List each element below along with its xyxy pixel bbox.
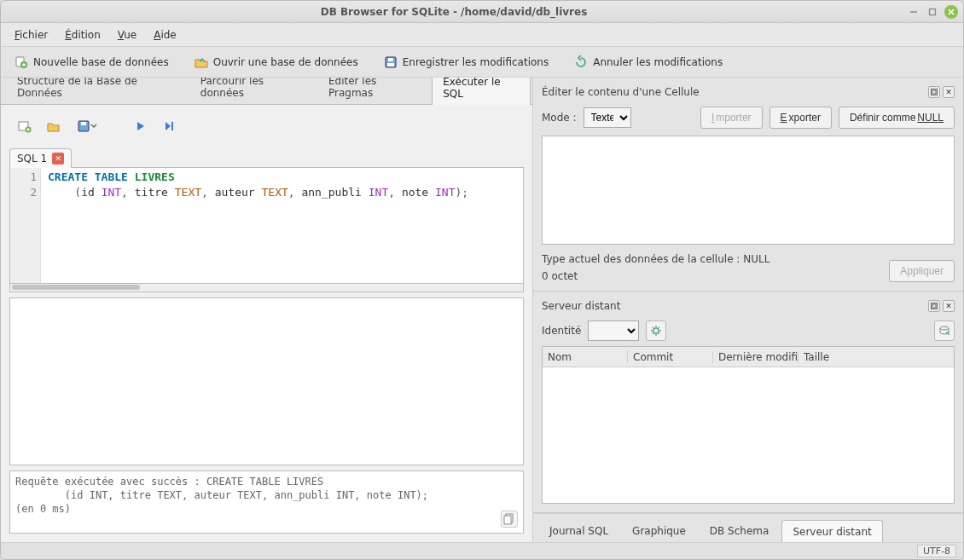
remote-table[interactable]: Nom Commit Dernière modific Taille xyxy=(542,346,955,504)
mode-label: Mode : xyxy=(542,112,577,124)
window-title: DB Browser for SQLite - /home/david/db_l… xyxy=(6,6,902,18)
tab-serveur-distant[interactable]: Serveur distant xyxy=(781,520,882,542)
open-sql-file-button[interactable] xyxy=(45,118,62,135)
sql-results-pane[interactable] xyxy=(9,297,524,465)
editor-gutter: 12 xyxy=(10,168,41,283)
copy-log-button[interactable] xyxy=(501,511,518,528)
identity-label: Identité xyxy=(542,325,581,337)
save-icon xyxy=(384,55,398,69)
cell-edit-header: Éditer le contenu d'une Cellule ✕ xyxy=(542,83,955,101)
col-lastmod[interactable]: Dernière modific xyxy=(713,351,798,363)
svg-point-24 xyxy=(653,328,659,333)
revert-changes-button[interactable]: Annuler les modifications xyxy=(569,52,728,72)
open-database-icon xyxy=(195,55,208,69)
tab-journal-sql[interactable]: Journal SQL xyxy=(538,519,619,542)
save-changes-label: Enregistrer les modifications xyxy=(403,56,549,68)
panel-undock-button[interactable] xyxy=(928,86,940,98)
maximize-button[interactable] xyxy=(926,5,939,19)
svg-rect-1 xyxy=(930,9,936,14)
close-sql-tab-button[interactable]: ✕ xyxy=(52,153,64,165)
menu-edition[interactable]: Édition xyxy=(58,26,107,44)
new-database-label: Nouvelle base de données xyxy=(33,56,169,68)
sql-tab-label: SQL 1 xyxy=(17,153,47,165)
main-tabs: Structure de la Base de Données Parcouri… xyxy=(1,78,532,105)
col-commit[interactable]: Commit xyxy=(628,351,713,363)
menu-fichier[interactable]: Fichier xyxy=(8,26,55,44)
col-nom[interactable]: Nom xyxy=(543,351,628,363)
revert-changes-label: Annuler les modifications xyxy=(593,56,723,68)
remote-undock-button[interactable] xyxy=(928,300,940,312)
panel-close-button[interactable]: ✕ xyxy=(943,86,955,98)
cell-size-info: 0 octet xyxy=(542,270,889,282)
import-button[interactable]: Importer xyxy=(700,107,763,129)
tab-execute-sql[interactable]: Exécuter le SQL xyxy=(432,78,531,105)
save-sql-button[interactable] xyxy=(74,118,100,135)
remote-panel-header: Serveur distant ✕ xyxy=(542,297,955,315)
chevron-down-icon xyxy=(90,123,97,130)
sql-toolbar xyxy=(9,110,524,142)
cell-content-textarea[interactable] xyxy=(542,136,955,245)
revert-icon xyxy=(574,55,588,69)
tab-db-schema[interactable]: DB Schema xyxy=(699,519,781,542)
status-encoding: UTF-8 xyxy=(917,545,956,557)
svg-rect-17 xyxy=(171,122,173,130)
sql-panel: SQL 1 ✕ 12 CREATE TABLE LIVRES (id INT, … xyxy=(1,105,532,542)
tab-graphique[interactable]: Graphique xyxy=(621,519,697,542)
save-changes-button[interactable]: Enregistrer les modifications xyxy=(379,52,554,72)
remote-close-button[interactable]: ✕ xyxy=(943,300,955,312)
remote-table-header: Nom Commit Dernière modific Taille xyxy=(543,347,954,367)
sql-tab-1[interactable]: SQL 1 ✕ xyxy=(9,148,72,168)
remote-server-panel: Serveur distant ✕ Identité Nom xyxy=(533,292,963,513)
cell-edit-title: Éditer le contenu d'une Cellule xyxy=(542,86,926,98)
editor-horizontal-scrollbar[interactable] xyxy=(9,284,524,292)
menubar: Fichier Édition Vue Aide xyxy=(1,23,963,47)
sql-tab-row: SQL 1 ✕ xyxy=(9,142,524,168)
sql-log-text: Requête exécutée avec succès : CREATE TA… xyxy=(15,476,428,515)
new-sql-tab-button[interactable] xyxy=(16,118,33,135)
titlebar: DB Browser for SQLite - /home/david/db_l… xyxy=(1,1,963,23)
apply-button[interactable]: Appliquer xyxy=(889,260,955,282)
svg-line-31 xyxy=(653,333,653,334)
col-size[interactable]: Taille xyxy=(798,351,954,363)
minimize-button[interactable] xyxy=(907,5,920,19)
identity-settings-button[interactable] xyxy=(646,320,666,341)
tab-structure[interactable]: Structure de la Base de Données xyxy=(6,78,188,104)
close-button[interactable] xyxy=(944,5,958,19)
execute-line-button[interactable] xyxy=(161,118,178,135)
remote-panel-title: Serveur distant xyxy=(542,300,926,312)
remote-refresh-button[interactable] xyxy=(934,320,955,341)
svg-line-29 xyxy=(653,327,653,328)
svg-rect-9 xyxy=(388,58,393,61)
tab-edit-pragmas[interactable]: Éditer les Pragmas xyxy=(317,78,430,104)
menu-aide[interactable]: Aide xyxy=(147,26,183,44)
svg-point-33 xyxy=(940,326,949,330)
cell-edit-panel: Éditer le contenu d'une Cellule ✕ Mode :… xyxy=(533,78,963,292)
svg-line-32 xyxy=(659,327,659,328)
svg-rect-10 xyxy=(387,63,394,66)
new-database-button[interactable]: Nouvelle base de données xyxy=(9,52,174,72)
identity-select[interactable] xyxy=(588,320,639,341)
set-null-button[interactable]: Définir comme NULL xyxy=(839,107,955,129)
main-area: Structure de la Base de Données Parcouri… xyxy=(1,78,963,542)
statusbar: UTF-8 xyxy=(1,542,963,559)
sql-editor[interactable]: 12 CREATE TABLE LIVRES (id INT, titre TE… xyxy=(9,168,524,284)
bottom-panel-tabs: Journal SQL Graphique DB Schema Serveur … xyxy=(533,513,963,542)
menu-vue[interactable]: Vue xyxy=(111,26,143,44)
left-pane: Structure de la Base de Données Parcouri… xyxy=(1,78,533,542)
sql-log-pane: Requête exécutée avec succès : CREATE TA… xyxy=(9,471,524,534)
right-pane: Éditer le contenu d'une Cellule ✕ Mode :… xyxy=(533,78,963,542)
editor-code[interactable]: CREATE TABLE LIVRES (id INT, titre TEXT,… xyxy=(41,168,523,283)
open-database-label: Ouvrir une base de données xyxy=(213,56,358,68)
cell-type-info: Type actuel des données de la cellule : … xyxy=(542,253,889,265)
tab-browse-data[interactable]: Parcourir les données xyxy=(189,78,316,104)
svg-rect-16 xyxy=(81,122,86,125)
execute-all-button[interactable] xyxy=(132,118,149,135)
open-database-button[interactable]: Ouvrir une base de données xyxy=(189,52,363,72)
svg-rect-21 xyxy=(932,90,936,94)
mode-select[interactable]: Texte xyxy=(584,107,631,128)
scrollbar-thumb[interactable] xyxy=(12,285,140,290)
main-toolbar: Nouvelle base de données Ouvrir une base… xyxy=(1,47,963,78)
svg-rect-23 xyxy=(932,304,936,308)
new-database-icon xyxy=(15,55,28,69)
export-button[interactable]: Exporter xyxy=(769,107,832,129)
